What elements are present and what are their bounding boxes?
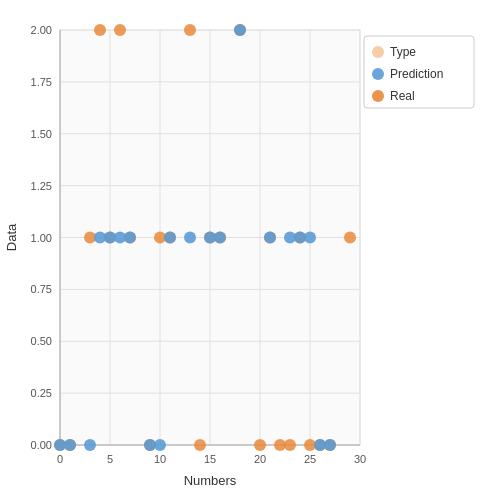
svg-text:15: 15 (204, 453, 216, 465)
svg-point-74 (234, 24, 246, 36)
svg-text:Numbers: Numbers (184, 473, 237, 488)
svg-point-86 (372, 90, 384, 102)
svg-text:1.50: 1.50 (31, 128, 52, 140)
svg-point-70 (164, 232, 176, 244)
svg-point-47 (184, 24, 196, 36)
svg-point-67 (124, 232, 136, 244)
svg-text:10: 10 (154, 453, 166, 465)
svg-point-80 (324, 439, 336, 451)
svg-text:20: 20 (254, 453, 266, 465)
chart-container: 0.000.250.500.751.001.251.501.752.000510… (0, 0, 500, 500)
svg-point-82 (372, 46, 384, 58)
svg-text:1.00: 1.00 (31, 232, 52, 244)
svg-text:30: 30 (354, 453, 366, 465)
svg-text:1.25: 1.25 (31, 180, 52, 192)
svg-text:Data: Data (4, 223, 19, 251)
svg-point-60 (344, 232, 356, 244)
chart-svg: 0.000.250.500.751.001.251.501.752.000510… (0, 0, 500, 500)
svg-text:5: 5 (107, 453, 113, 465)
svg-text:Prediction: Prediction (390, 67, 443, 81)
svg-text:0.75: 0.75 (31, 283, 52, 295)
svg-point-73 (214, 232, 226, 244)
svg-point-84 (372, 68, 384, 80)
svg-point-48 (194, 439, 206, 451)
svg-point-75 (264, 232, 276, 244)
svg-point-63 (84, 439, 96, 451)
svg-text:Type: Type (390, 45, 416, 59)
svg-text:0: 0 (57, 453, 63, 465)
svg-text:1.75: 1.75 (31, 76, 52, 88)
svg-text:0.00: 0.00 (31, 439, 52, 451)
svg-text:Real: Real (390, 89, 415, 103)
svg-text:0.50: 0.50 (31, 335, 52, 347)
svg-text:0.25: 0.25 (31, 387, 52, 399)
svg-point-69 (154, 439, 166, 451)
svg-point-62 (64, 439, 76, 451)
svg-point-42 (114, 24, 126, 36)
svg-point-40 (94, 24, 106, 36)
svg-point-52 (254, 439, 266, 451)
svg-point-71 (184, 232, 196, 244)
svg-point-55 (284, 439, 296, 451)
svg-point-78 (304, 232, 316, 244)
svg-text:25: 25 (304, 453, 316, 465)
svg-text:2.00: 2.00 (31, 24, 52, 36)
